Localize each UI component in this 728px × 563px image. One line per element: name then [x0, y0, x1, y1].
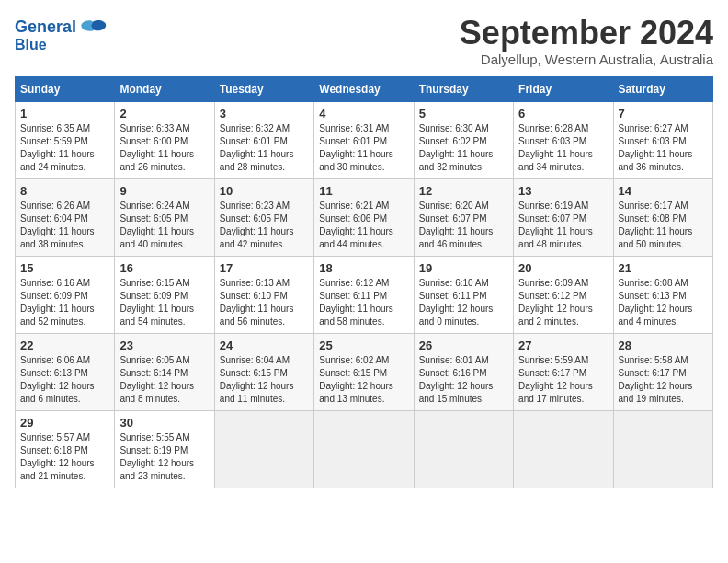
day-info: Sunrise: 6:13 AM Sunset: 6:10 PM Dayligh… — [220, 277, 309, 328]
calendar-cell: 30 Sunrise: 5:55 AM Sunset: 6:19 PM Dayl… — [115, 410, 214, 488]
day-number: 27 — [518, 339, 608, 352]
sunrise-label: Sunrise: 5:55 AM — [119, 432, 189, 442]
day-info: Sunrise: 6:24 AM Sunset: 6:05 PM Dayligh… — [119, 200, 209, 251]
sunset-label: Sunset: 6:13 PM — [619, 291, 687, 301]
calendar-header-row: Sunday Monday Tuesday Wednesday Thursday… — [16, 76, 713, 101]
day-info: Sunrise: 6:08 AM Sunset: 6:13 PM Dayligh… — [619, 277, 708, 328]
day-number: 30 — [119, 416, 209, 430]
calendar-cell: 5 Sunrise: 6:30 AM Sunset: 6:02 PM Dayli… — [414, 101, 513, 178]
sunrise-label: Sunrise: 6:17 AM — [619, 201, 688, 211]
sunset-label: Sunset: 6:01 PM — [220, 136, 288, 146]
day-number: 24 — [220, 339, 309, 352]
calendar-cell: 12 Sunrise: 6:20 AM Sunset: 6:07 PM Dayl… — [414, 178, 513, 256]
calendar-cell — [613, 410, 712, 488]
day-info: Sunrise: 6:17 AM Sunset: 6:08 PM Dayligh… — [619, 200, 708, 251]
day-info: Sunrise: 5:57 AM Sunset: 6:18 PM Dayligh… — [20, 431, 109, 483]
sunset-label: Sunset: 6:17 PM — [518, 368, 586, 378]
calendar-cell: 6 Sunrise: 6:28 AM Sunset: 6:03 PM Dayli… — [514, 101, 613, 178]
sunrise-label: Sunrise: 6:26 AM — [20, 201, 90, 211]
sunset-label: Sunset: 6:10 PM — [220, 291, 288, 301]
day-info: Sunrise: 6:28 AM Sunset: 6:03 PM Dayligh… — [518, 122, 608, 174]
calendar-cell: 19 Sunrise: 6:10 AM Sunset: 6:11 PM Dayl… — [414, 256, 513, 333]
logo-text: General — [15, 18, 76, 37]
calendar-cell — [214, 410, 313, 488]
daylight-label: Daylight: 11 hours and 44 minutes. — [319, 226, 393, 249]
calendar-cell — [314, 410, 414, 488]
sunrise-label: Sunrise: 5:57 AM — [20, 432, 90, 442]
sunset-label: Sunset: 6:15 PM — [220, 368, 288, 378]
day-number: 25 — [319, 339, 408, 352]
calendar-cell: 25 Sunrise: 6:02 AM Sunset: 6:15 PM Dayl… — [314, 333, 414, 410]
calendar-cell: 28 Sunrise: 5:58 AM Sunset: 6:17 PM Dayl… — [613, 333, 712, 410]
sunrise-label: Sunrise: 6:20 AM — [419, 201, 489, 211]
day-info: Sunrise: 6:30 AM Sunset: 6:02 PM Dayligh… — [419, 122, 508, 174]
sunset-label: Sunset: 6:05 PM — [220, 213, 288, 224]
day-info: Sunrise: 6:04 AM Sunset: 6:15 PM Dayligh… — [220, 354, 309, 406]
daylight-label: Daylight: 12 hours and 11 minutes. — [220, 381, 294, 404]
sunset-label: Sunset: 6:02 PM — [419, 136, 487, 146]
sunrise-label: Sunrise: 6:31 AM — [319, 123, 389, 133]
day-number: 10 — [220, 184, 309, 198]
calendar-cell: 15 Sunrise: 6:16 AM Sunset: 6:09 PM Dayl… — [16, 256, 115, 333]
calendar-cell: 13 Sunrise: 6:19 AM Sunset: 6:07 PM Dayl… — [514, 178, 613, 256]
daylight-label: Daylight: 11 hours and 58 minutes. — [319, 304, 393, 327]
daylight-label: Daylight: 11 hours and 28 minutes. — [220, 149, 294, 172]
daylight-label: Daylight: 11 hours and 36 minutes. — [619, 149, 693, 172]
sunset-label: Sunset: 6:09 PM — [20, 291, 88, 301]
sunset-label: Sunset: 6:18 PM — [20, 445, 88, 455]
calendar-cell: 27 Sunrise: 5:59 AM Sunset: 6:17 PM Dayl… — [514, 333, 613, 410]
sunrise-label: Sunrise: 5:59 AM — [518, 355, 588, 365]
day-info: Sunrise: 6:16 AM Sunset: 6:09 PM Dayligh… — [20, 277, 109, 328]
day-number: 21 — [619, 261, 708, 275]
daylight-label: Daylight: 12 hours and 2 minutes. — [518, 304, 593, 327]
daylight-label: Daylight: 12 hours and 13 minutes. — [319, 381, 393, 404]
day-info: Sunrise: 5:59 AM Sunset: 6:17 PM Dayligh… — [518, 354, 608, 406]
calendar-cell: 4 Sunrise: 6:31 AM Sunset: 6:01 PM Dayli… — [314, 101, 414, 178]
day-info: Sunrise: 6:01 AM Sunset: 6:16 PM Dayligh… — [419, 354, 508, 406]
day-number: 28 — [619, 339, 708, 352]
day-info: Sunrise: 5:58 AM Sunset: 6:17 PM Dayligh… — [619, 354, 708, 406]
sunset-label: Sunset: 6:17 PM — [619, 368, 687, 378]
calendar-cell: 9 Sunrise: 6:24 AM Sunset: 6:05 PM Dayli… — [115, 178, 214, 256]
sunset-label: Sunset: 6:16 PM — [419, 368, 487, 378]
col-friday: Friday — [514, 76, 613, 101]
title-block: September 2024 Dalyellup, Western Austra… — [460, 15, 713, 67]
sunrise-label: Sunrise: 6:28 AM — [518, 123, 588, 133]
col-thursday: Thursday — [414, 76, 513, 101]
day-number: 8 — [20, 184, 109, 198]
daylight-label: Daylight: 12 hours and 6 minutes. — [20, 381, 95, 404]
daylight-label: Daylight: 12 hours and 19 minutes. — [619, 381, 693, 404]
day-number: 20 — [518, 261, 608, 275]
day-info: Sunrise: 6:32 AM Sunset: 6:01 PM Dayligh… — [220, 122, 309, 174]
sunset-label: Sunset: 6:04 PM — [20, 213, 88, 224]
location-text: Dalyellup, Western Australia, Australia — [460, 52, 713, 67]
sunset-label: Sunset: 6:07 PM — [518, 213, 586, 224]
daylight-label: Daylight: 12 hours and 21 minutes. — [20, 458, 95, 481]
day-number: 3 — [220, 107, 309, 121]
day-info: Sunrise: 6:26 AM Sunset: 6:04 PM Dayligh… — [20, 200, 109, 251]
sunrise-label: Sunrise: 6:27 AM — [619, 123, 688, 133]
calendar-cell: 22 Sunrise: 6:06 AM Sunset: 6:13 PM Dayl… — [16, 333, 115, 410]
sunset-label: Sunset: 6:05 PM — [119, 213, 188, 224]
calendar-cell: 21 Sunrise: 6:08 AM Sunset: 6:13 PM Dayl… — [613, 256, 712, 333]
daylight-label: Daylight: 12 hours and 0 minutes. — [419, 304, 494, 327]
calendar-cell — [514, 410, 613, 488]
col-monday: Monday — [115, 76, 214, 101]
sunset-label: Sunset: 6:12 PM — [518, 291, 586, 301]
day-number: 13 — [518, 184, 608, 198]
day-info: Sunrise: 6:02 AM Sunset: 6:15 PM Dayligh… — [319, 354, 408, 406]
sunset-label: Sunset: 6:08 PM — [619, 213, 687, 224]
calendar-cell: 3 Sunrise: 6:32 AM Sunset: 6:01 PM Dayli… — [214, 101, 313, 178]
sunset-label: Sunset: 6:03 PM — [518, 136, 586, 146]
calendar-cell: 2 Sunrise: 6:33 AM Sunset: 6:00 PM Dayli… — [115, 101, 214, 178]
sunset-label: Sunset: 6:03 PM — [619, 136, 687, 146]
calendar-week-row: 22 Sunrise: 6:06 AM Sunset: 6:13 PM Dayl… — [16, 333, 713, 410]
daylight-label: Daylight: 11 hours and 32 minutes. — [419, 149, 494, 172]
col-saturday: Saturday — [613, 76, 712, 101]
calendar-cell: 29 Sunrise: 5:57 AM Sunset: 6:18 PM Dayl… — [16, 410, 115, 488]
daylight-label: Daylight: 12 hours and 4 minutes. — [619, 304, 693, 327]
calendar-cell: 17 Sunrise: 6:13 AM Sunset: 6:10 PM Dayl… — [214, 256, 313, 333]
logo-blue-text: Blue — [15, 37, 47, 53]
sunrise-label: Sunrise: 6:24 AM — [119, 201, 189, 211]
day-number: 12 — [419, 184, 508, 198]
